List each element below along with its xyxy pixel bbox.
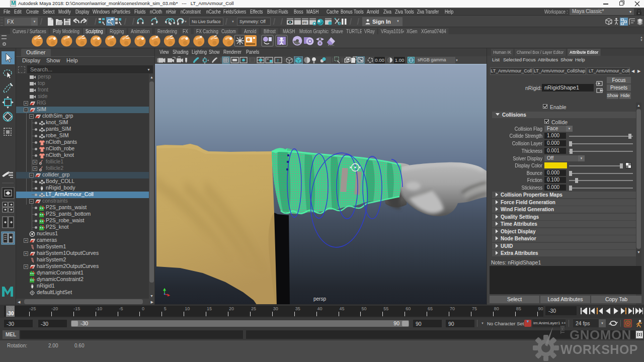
svg-text:T: T xyxy=(277,58,279,63)
svg-text:persp: persp xyxy=(313,296,326,302)
svg-text:WORKSHOP: WORKSHOP xyxy=(560,342,638,356)
svg-text:THE: THE xyxy=(560,326,566,334)
svg-text:GNOMON: GNOMON xyxy=(570,327,631,342)
svg-text:IPR: IPR xyxy=(302,21,307,24)
